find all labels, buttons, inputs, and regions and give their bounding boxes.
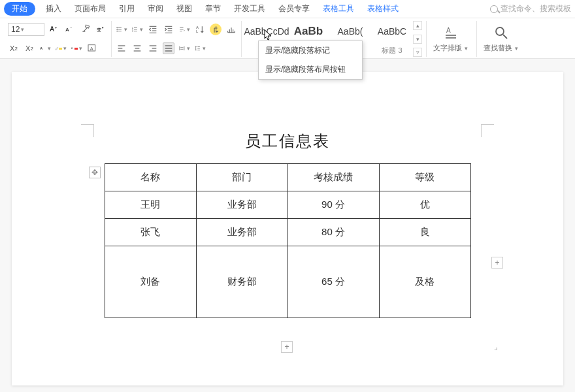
table-row: 刘备 财务部 65 分 及格 xyxy=(105,246,470,318)
sort-icon[interactable]: AL xyxy=(194,24,206,35)
table-row: 王明 业务部 90 分 优 xyxy=(105,191,470,219)
table-cell[interactable]: 财务部 xyxy=(196,246,288,318)
svg-text:L: L xyxy=(196,29,199,33)
align-right-icon[interactable] xyxy=(147,42,159,54)
style-heading3[interactable]: AaBbC 标题 3 xyxy=(371,21,413,57)
highlight-color-icon[interactable]: ▾ xyxy=(55,42,67,54)
tabs-settings-icon[interactable] xyxy=(225,24,237,35)
tab-table-style[interactable]: 表格样式 xyxy=(361,1,405,17)
tab-developer[interactable]: 开发工具 xyxy=(227,1,272,17)
decrease-indent-icon[interactable] xyxy=(147,24,159,35)
table-cell[interactable]: 王明 xyxy=(105,191,196,219)
table-cell[interactable]: 张飞 xyxy=(105,219,196,246)
table-cell[interactable]: 业务部 xyxy=(196,191,288,219)
table-header-cell[interactable]: 考核成绩 xyxy=(288,164,379,191)
tab-review[interactable]: 审阅 xyxy=(141,1,170,17)
align-justify-icon[interactable] xyxy=(163,42,174,54)
style-gallery-scroll[interactable]: ▴ ▾ ▿ xyxy=(413,21,422,57)
table-cell[interactable]: 业务部 xyxy=(196,219,288,246)
shrink-font-icon[interactable]: A- xyxy=(64,24,76,35)
table-resize-handle[interactable]: ⌟ xyxy=(494,342,503,351)
table-move-handle[interactable]: ✥ xyxy=(89,167,101,178)
phonetic-guide-icon[interactable]: 变▾ xyxy=(95,24,107,35)
table-header-cell[interactable]: 名称 xyxy=(105,164,196,191)
numbering-icon[interactable]: 123▾ xyxy=(131,24,143,35)
document-area: 员工信息表 ✥ 名称 部门 考核成绩 等级 王明 业务部 90 分 优 张飞 业… xyxy=(0,59,575,392)
tab-insert[interactable]: 插入 xyxy=(39,1,68,17)
svg-text:+: + xyxy=(55,25,58,29)
svg-text:-: - xyxy=(71,25,72,29)
table-cell[interactable]: 65 分 xyxy=(288,246,379,318)
align-center-icon[interactable] xyxy=(131,42,143,54)
tab-member[interactable]: 会员专享 xyxy=(272,1,316,17)
table-header-cell[interactable]: 等级 xyxy=(379,164,470,191)
svg-text:3: 3 xyxy=(132,30,133,33)
svg-text:A: A xyxy=(40,46,42,50)
style-gallery-expand-icon[interactable]: ▿ xyxy=(413,48,422,57)
style-scroll-up-icon[interactable]: ▴ xyxy=(413,21,422,30)
distribute-icon[interactable]: ▾ xyxy=(178,42,190,54)
font-size-select[interactable]: 12▾ xyxy=(8,23,44,36)
tab-page-layout[interactable]: 页面布局 xyxy=(68,1,112,17)
table-cell[interactable]: 刘备 xyxy=(105,246,196,318)
show-hide-paragraph-icon[interactable] xyxy=(210,24,222,35)
show-hide-dropdown: 显示/隐藏段落标记 显示/隐藏段落布局按钮 xyxy=(258,41,363,80)
svg-point-15 xyxy=(117,31,118,31)
margin-corner-tr xyxy=(481,124,494,137)
table-cell[interactable]: 90 分 xyxy=(288,191,379,219)
svg-text:A: A xyxy=(50,25,54,33)
change-case-icon[interactable]: A▾ xyxy=(39,42,51,54)
svg-text:变: 变 xyxy=(97,27,101,33)
find-replace-button[interactable]: 查找替换▾ xyxy=(477,21,527,57)
margin-corner-tl xyxy=(81,124,94,137)
table-cell[interactable]: 优 xyxy=(379,191,470,219)
line-spacing-icon[interactable]: ▾ xyxy=(194,42,206,54)
tab-table-tools[interactable]: 表格工具 xyxy=(316,1,361,17)
font-color-icon[interactable]: A▾ xyxy=(71,42,82,54)
table-cell[interactable]: 良 xyxy=(379,219,470,246)
table-header-row: 名称 部门 考核成绩 等级 xyxy=(105,164,470,191)
style-scroll-down-icon[interactable]: ▾ xyxy=(413,35,422,44)
table-row: 张飞 业务部 80 分 良 xyxy=(105,219,470,246)
svg-text:▾: ▾ xyxy=(102,26,104,29)
svg-text:A: A xyxy=(71,47,73,50)
tab-view[interactable]: 视图 xyxy=(170,1,199,17)
superscript-icon[interactable]: X2 xyxy=(8,42,20,54)
tab-home[interactable]: 开始 xyxy=(4,2,35,16)
page[interactable]: 员工信息表 ✥ 名称 部门 考核成绩 等级 王明 业务部 90 分 优 张飞 业… xyxy=(12,72,563,385)
toggle-paragraph-layout-button[interactable]: 显示/隐藏段落布局按钮 xyxy=(259,60,362,79)
ribbon-font-group: 12▾ A+ A- 变▾ X2 X2 A▾ ▾ A▾ A xyxy=(4,21,112,57)
table-cell[interactable]: 80 分 xyxy=(288,219,379,246)
svg-text:A: A xyxy=(196,25,199,29)
svg-text:A: A xyxy=(446,27,451,34)
tab-sections[interactable]: 章节 xyxy=(199,1,227,17)
text-direction-icon[interactable]: ▾ xyxy=(178,24,190,35)
table-add-column-button[interactable]: + xyxy=(491,257,503,269)
table-add-row-button[interactable]: + xyxy=(281,341,293,353)
svg-text:A: A xyxy=(90,46,93,52)
subscript-icon[interactable]: X2 xyxy=(24,42,35,54)
ribbon-paragraph-group: ▾ 123▾ ▾ AL ▾ ▾ xyxy=(112,21,242,57)
align-left-icon[interactable] xyxy=(116,42,127,54)
text-layout-button[interactable]: A 文字排版▾ xyxy=(427,21,477,57)
command-search[interactable]: 查找命令、搜索模板 xyxy=(490,3,571,14)
text-layout-icon: A xyxy=(443,25,460,42)
grow-font-icon[interactable]: A+ xyxy=(48,24,60,35)
svg-text:A: A xyxy=(65,27,69,33)
character-border-icon[interactable]: A xyxy=(86,42,98,54)
employee-table[interactable]: 名称 部门 考核成绩 等级 王明 业务部 90 分 优 张飞 业务部 80 分 … xyxy=(105,163,471,318)
search-icon xyxy=(490,5,498,13)
toggle-paragraph-marks[interactable]: 显示/隐藏段落标记 xyxy=(259,41,362,60)
svg-point-55 xyxy=(496,27,504,35)
search-placeholder: 查找命令、搜索模板 xyxy=(501,3,571,14)
clear-format-icon[interactable] xyxy=(80,24,91,35)
svg-rect-4 xyxy=(85,25,89,28)
table-cell[interactable]: 及格 xyxy=(379,246,470,318)
svg-point-11 xyxy=(117,27,118,28)
svg-line-56 xyxy=(503,35,507,39)
tab-references[interactable]: 引用 xyxy=(112,1,141,17)
table-header-cell[interactable]: 部门 xyxy=(196,164,288,191)
increase-indent-icon[interactable] xyxy=(163,24,174,35)
bullets-icon[interactable]: ▾ xyxy=(116,24,127,35)
menu-bar: 开始 插入 页面布局 引用 审阅 视图 章节 开发工具 会员专享 表格工具 表格… xyxy=(0,0,575,18)
